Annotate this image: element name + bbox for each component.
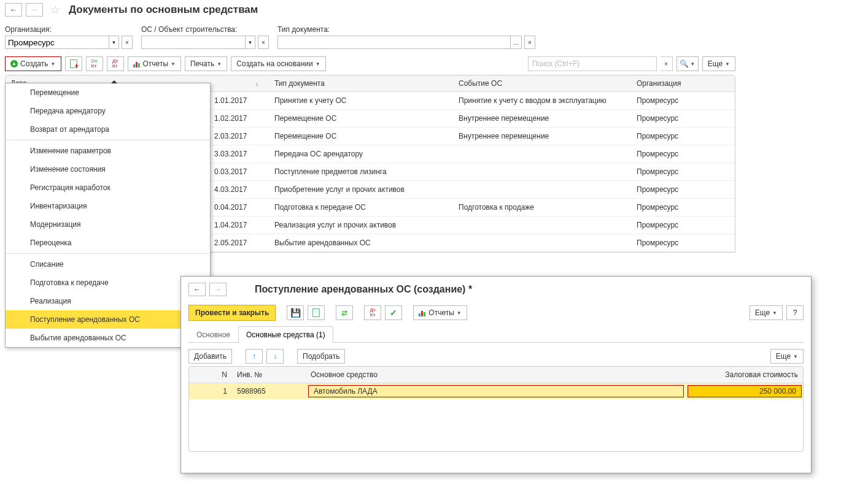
post-button[interactable]	[308, 305, 325, 320]
cell-org: Промресурс	[632, 110, 735, 126]
move-down-button[interactable]: ↓	[266, 349, 284, 364]
pick-button[interactable]: Подобрать	[297, 349, 345, 364]
sort-down-icon: ↓	[255, 80, 258, 87]
create-dropdown-menu: ПеремещениеПередача арендаторуВозврат от…	[5, 83, 211, 348]
save-button[interactable]: 💾	[287, 305, 304, 320]
swap-icon: ⇄	[341, 308, 347, 317]
chevron-down-icon: ▼	[217, 61, 222, 67]
cell-type: Принятие к учету ОС	[269, 93, 454, 109]
menu-item[interactable]: Инвентаризация	[6, 197, 210, 215]
os-table-row[interactable]: 1 5988965 Автомобиль ЛАДА 250 000,00	[189, 383, 803, 399]
dialog-more-button[interactable]: Еще ▼	[750, 305, 783, 320]
cost-input[interactable]: 250 000,00	[688, 385, 802, 397]
print-button[interactable]: Печать ▼	[185, 56, 227, 71]
dialog-reports-button[interactable]: Отчеты ▼	[413, 305, 467, 320]
col-type-header[interactable]: Тип документа	[269, 75, 454, 91]
menu-item[interactable]: Изменение состояния	[6, 160, 210, 178]
col-cost-header[interactable]: Залоговая стоимость	[686, 367, 803, 383]
dtkt-button[interactable]: ДтКт	[364, 305, 381, 320]
menu-item[interactable]: Списание	[6, 255, 210, 274]
page-title: Документы по основным средствам	[69, 4, 258, 16]
tab-os[interactable]: Основные средства (1)	[238, 326, 333, 343]
menu-item[interactable]: Подготовка к передаче	[6, 274, 210, 292]
cell-event	[454, 186, 632, 193]
cell-type: Перемещение ОС	[269, 110, 454, 126]
cell-inv: 5988965	[232, 384, 306, 398]
col-org-header[interactable]: Организация	[632, 75, 735, 91]
col-os-header[interactable]: Основное средство	[306, 367, 686, 383]
filter-org-dropdown-button[interactable]: ▼	[109, 36, 119, 49]
cell-type: Реализация услуг и прочих активов	[269, 217, 454, 233]
filter-os-clear-button[interactable]: ×	[258, 36, 269, 49]
chevron-down-icon: ▼	[772, 310, 777, 316]
chart-icon	[419, 309, 426, 316]
magnify-icon: 🔍	[680, 59, 689, 68]
menu-item[interactable]: Возврат от арендатора	[6, 120, 210, 139]
dialog-nav-back-button[interactable]: ←	[188, 283, 206, 296]
menu-item[interactable]: Изменение параметров	[6, 142, 210, 160]
cell-event: Подготовка к продаже	[454, 199, 632, 215]
dtkt-icon: ДтКт	[370, 308, 376, 318]
filter-type-ellipsis-button[interactable]: ...	[511, 36, 522, 49]
create-based-button[interactable]: Создать на основании ▼	[231, 56, 325, 71]
menu-item[interactable]: Выбытие арендованных ОС	[6, 329, 210, 347]
col-inv-header[interactable]: Инв. №	[232, 367, 306, 383]
add-row-button[interactable]: Добавить	[188, 349, 232, 364]
menu-item[interactable]: Модернизация	[6, 215, 210, 234]
cell-org: Промресурс	[632, 128, 735, 144]
doc-icon	[312, 308, 320, 317]
tab-main[interactable]: Основное	[188, 326, 238, 343]
menu-item[interactable]: Регистрация наработок	[6, 178, 210, 197]
filter-org-label: Организация:	[5, 25, 133, 34]
nav-back-button[interactable]: ←	[5, 3, 22, 17]
dtkt-icon: DтКт	[91, 59, 97, 69]
menu-item[interactable]: Переоценка	[6, 234, 210, 252]
cell-org: Промресурс	[632, 235, 735, 251]
dialog-window: ← → Поступление арендованных ОС (создани…	[180, 276, 812, 473]
help-button[interactable]: ?	[786, 305, 804, 320]
move-up-button[interactable]: ↑	[246, 349, 263, 364]
filter-type-clear-button[interactable]: ×	[524, 36, 535, 49]
swap-button[interactable]: ⇄	[336, 305, 353, 320]
filter-os-dropdown-button[interactable]: ▼	[246, 36, 255, 49]
copy-doc-button[interactable]	[65, 56, 82, 71]
col-event-header[interactable]: Событие ОС	[454, 75, 632, 91]
reports-button[interactable]: Отчеты ▼	[128, 56, 181, 71]
subtable-more-button[interactable]: Еще ▼	[770, 349, 804, 364]
menu-item[interactable]: Реализация	[6, 292, 210, 310]
menu-item[interactable]: Передача арендатору	[6, 102, 210, 120]
menu-item[interactable]: Поступление арендованных ОС	[6, 310, 210, 329]
chevron-down-icon: ▼	[725, 61, 730, 67]
create-button[interactable]: + Создать ▼	[5, 56, 61, 71]
os-name-input[interactable]: Автомобиль ЛАДА	[308, 385, 684, 397]
dtkt-red-button[interactable]: ДтКт	[107, 56, 124, 71]
filter-org-input[interactable]	[5, 36, 109, 49]
filter-type-input[interactable]	[277, 36, 511, 49]
chevron-down-icon: ▼	[316, 61, 320, 67]
filter-os-input[interactable]	[141, 36, 246, 49]
plus-icon: +	[10, 60, 18, 67]
approve-button[interactable]: ✓	[385, 305, 402, 320]
cell-n: 1	[189, 384, 232, 398]
dtkt-green-button[interactable]: DтКт	[86, 56, 103, 71]
search-clear-button[interactable]: ×	[661, 56, 673, 71]
search-button[interactable]: 🔍 ▼	[676, 56, 699, 71]
chart-icon	[133, 60, 141, 67]
post-and-close-button[interactable]: Провести и закрыть	[188, 305, 276, 321]
more-button[interactable]: Еще ▼	[702, 56, 735, 71]
dialog-nav-forward-button[interactable]: →	[209, 283, 227, 296]
filter-org-clear-button[interactable]: ×	[122, 36, 133, 49]
favorite-star-icon[interactable]: ☆	[50, 3, 60, 17]
chevron-down-icon: ▼	[793, 354, 798, 359]
chevron-down-icon: ▼	[690, 61, 695, 67]
nav-forward-button[interactable]: →	[26, 3, 43, 17]
os-table: N Инв. № Основное средство Залоговая сто…	[188, 366, 804, 452]
menu-item[interactable]: Перемещение	[6, 83, 210, 102]
search-input[interactable]: Поиск (Ctrl+F)	[528, 56, 657, 71]
col-n-header[interactable]: N	[189, 367, 232, 383]
filter-os-label: ОС / Объект строительства:	[141, 25, 269, 34]
filter-type-label: Тип документа:	[277, 25, 535, 34]
save-icon: 💾	[290, 308, 301, 318]
cell-type: Приобретение услуг и прочих активов	[269, 182, 454, 197]
cell-type: Подготовка к передаче ОС	[269, 199, 454, 215]
